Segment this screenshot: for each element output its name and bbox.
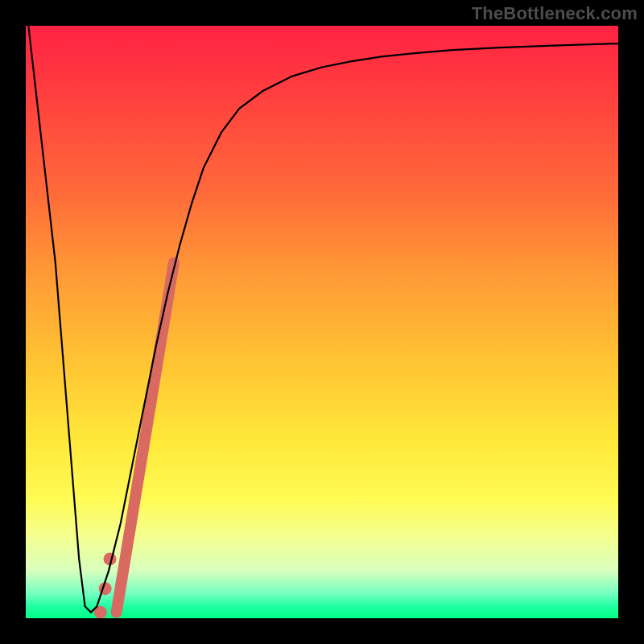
chart-svg bbox=[26, 26, 618, 618]
chart-frame: TheBottleneck.com bbox=[0, 0, 644, 644]
watermark-text: TheBottleneck.com bbox=[472, 3, 638, 24]
bottleneck-curve bbox=[26, 26, 618, 613]
plot-area bbox=[26, 26, 618, 618]
highlight-segment bbox=[117, 262, 174, 612]
